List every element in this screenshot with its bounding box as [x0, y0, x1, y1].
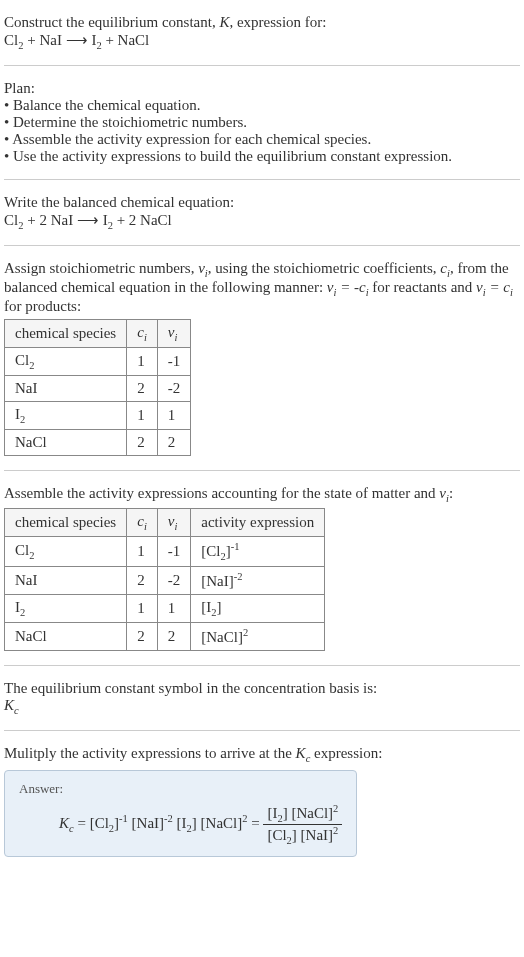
answer-label: Answer: [19, 781, 342, 797]
cell-nu: -2 [157, 567, 191, 595]
text: : [449, 485, 453, 501]
term: [NaCl]2 [201, 815, 248, 831]
kc: Kc [59, 815, 74, 831]
col-nui: νi [157, 320, 191, 348]
table-row: NaI 2 -2 [NaI]-2 [5, 567, 325, 595]
cell-nu: -1 [157, 537, 191, 567]
plan-bullet: • Assemble the activity expression for e… [4, 131, 520, 148]
term: [NaI]-2 [132, 815, 173, 831]
text: Assign stoichiometric numbers, [4, 260, 198, 276]
cell-species: I2 [5, 595, 127, 623]
table-header-row: chemical species ci νi [5, 320, 191, 348]
cell-nu: -1 [157, 348, 191, 376]
cell-c: 2 [127, 567, 158, 595]
cell-activity: [I2] [191, 595, 325, 623]
table-row: Cl2 1 -1 [5, 348, 191, 376]
col-ci: ci [127, 320, 158, 348]
cell-nu: 2 [157, 430, 191, 456]
col-nui: νi [157, 509, 191, 537]
table-row: Cl2 1 -1 [Cl2]-1 [5, 537, 325, 567]
cell-c: 2 [127, 430, 158, 456]
stoichiometry-table: chemical species ci νi Cl2 1 -1 NaI 2 -2… [4, 319, 191, 456]
unbalanced-equation: Cl2 + NaI ⟶ I2 + NaCl [4, 31, 520, 51]
table-row: NaCl 2 2 [NaCl]2 [5, 623, 325, 651]
cell-c: 2 [127, 376, 158, 402]
divider [4, 730, 520, 731]
nu-i: νi [198, 260, 208, 276]
cell-c: 1 [127, 348, 158, 376]
divider [4, 665, 520, 666]
kc: Kc [296, 745, 311, 761]
cell-activity: [Cl2]-1 [191, 537, 325, 567]
cell-species: NaI [5, 376, 127, 402]
cell-species: NaI [5, 567, 127, 595]
intro-text-suffix: , expression for: [229, 14, 326, 30]
text: , using the stoichiometric coefficients, [208, 260, 441, 276]
cell-activity: [NaCl]2 [191, 623, 325, 651]
text: Assemble the activity expressions accoun… [4, 485, 439, 501]
intro-section: Construct the equilibrium constant, K, e… [4, 8, 520, 57]
answer-equation: Kc = [Cl2]-1 [NaI]-2 [I2] [NaCl]2 = [I2]… [19, 803, 342, 846]
cell-nu: -2 [157, 376, 191, 402]
cell-nu: 1 [157, 402, 191, 430]
divider [4, 65, 520, 66]
cell-species: I2 [5, 402, 127, 430]
kc-symbol: Kc [4, 697, 520, 716]
intro-text: Construct the equilibrium constant, [4, 14, 219, 30]
cell-c: 1 [127, 537, 158, 567]
symbol-text: The equilibrium constant symbol in the c… [4, 680, 520, 697]
cell-species: Cl2 [5, 348, 127, 376]
plan-bullet: • Balance the chemical equation. [4, 97, 520, 114]
relation: νi = ci [476, 279, 513, 295]
table-row: I2 1 1 [I2] [5, 595, 325, 623]
plan-heading: Plan: [4, 80, 520, 97]
text: Mulitply the activity expressions to arr… [4, 745, 296, 761]
text: expression: [310, 745, 382, 761]
col-ci: ci [127, 509, 158, 537]
multiply-text: Mulitply the activity expressions to arr… [4, 745, 520, 764]
assign-text: Assign stoichiometric numbers, νi, using… [4, 260, 520, 315]
table-row: NaI 2 -2 [5, 376, 191, 402]
term: [I2] [177, 815, 197, 831]
cell-c: 2 [127, 623, 158, 651]
cell-activity: [NaI]-2 [191, 567, 325, 595]
numerator: [I2] [NaCl]2 [263, 803, 342, 825]
text: for reactants and [369, 279, 476, 295]
equals: = [251, 815, 263, 831]
table-row: NaCl 2 2 [5, 430, 191, 456]
balanced-equation: Cl2 + 2 NaI ⟶ I2 + 2 NaCl [4, 211, 520, 231]
col-activity: activity expression [191, 509, 325, 537]
plan-bullet: • Determine the stoichiometric numbers. [4, 114, 520, 131]
divider [4, 470, 520, 471]
table-row: I2 1 1 [5, 402, 191, 430]
intro-line1: Construct the equilibrium constant, K, e… [4, 14, 520, 31]
divider [4, 179, 520, 180]
cell-c: 1 [127, 402, 158, 430]
activity-table: chemical species ci νi activity expressi… [4, 508, 325, 651]
cell-species: NaCl [5, 430, 127, 456]
col-species: chemical species [5, 509, 127, 537]
fraction: [I2] [NaCl]2 [Cl2] [NaI]2 [263, 803, 342, 846]
table-header-row: chemical species ci νi activity expressi… [5, 509, 325, 537]
balanced-section: Write the balanced chemical equation: Cl… [4, 188, 520, 237]
text: for products: [4, 298, 81, 314]
equals: = [77, 815, 89, 831]
balanced-heading: Write the balanced chemical equation: [4, 194, 520, 211]
nu-i: νi [439, 485, 449, 501]
symbol-section: The equilibrium constant symbol in the c… [4, 674, 520, 722]
assemble-section: Assemble the activity expressions accoun… [4, 479, 520, 657]
relation: νi = -ci [327, 279, 369, 295]
cell-c: 1 [127, 595, 158, 623]
col-species: chemical species [5, 320, 127, 348]
cell-species: Cl2 [5, 537, 127, 567]
assign-section: Assign stoichiometric numbers, νi, using… [4, 254, 520, 462]
cell-nu: 1 [157, 595, 191, 623]
multiply-section: Mulitply the activity expressions to arr… [4, 739, 520, 863]
cell-nu: 2 [157, 623, 191, 651]
denominator: [Cl2] [NaI]2 [263, 825, 342, 846]
c-i: ci [440, 260, 450, 276]
term: [Cl2]-1 [90, 815, 128, 831]
cell-species: NaCl [5, 623, 127, 651]
assemble-text: Assemble the activity expressions accoun… [4, 485, 520, 504]
plan-section: Plan: • Balance the chemical equation. •… [4, 74, 520, 171]
